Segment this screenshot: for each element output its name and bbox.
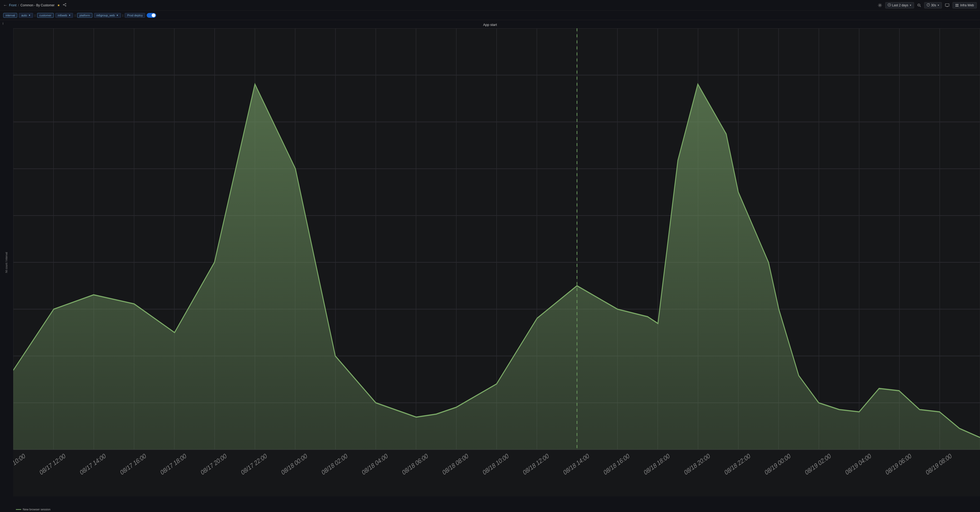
chart-legend: New browser session [16,508,51,511]
chart-svg: 0 10 K 20 K 30 K 40 K 50 K 60 K 70 K 80 … [13,28,980,496]
infra-web-button[interactable]: Infra Web [953,2,977,8]
chart-title: App start [0,23,980,28]
chart-area: i App start hit count / interval [0,20,980,512]
filter-separator: | [35,14,35,17]
svg-line-3 [64,4,65,5]
filter-prod-deploy[interactable]: Prod deploy [125,13,145,18]
prod-deploy-toggle[interactable] [146,13,156,18]
clock-icon [888,3,891,7]
filter-bar: interval auto ▼ | customer m6web ▼ | pla… [0,11,980,20]
filter-separator-3: | [123,14,123,17]
prod-deploy-toggle-container [146,13,156,18]
refresh-button[interactable]: 30s ▼ [924,2,942,8]
time-range-label: Last 2 days [892,3,908,7]
filter-m6group-web[interactable]: m6group_web ▼ [94,13,121,18]
settings-button[interactable] [877,3,883,8]
filter-auto[interactable]: auto ▼ [19,13,33,18]
filter-interval[interactable]: interval [3,13,17,18]
svg-point-0 [65,3,66,4]
top-bar: ← Front / Common - By Customer ★ [0,0,980,11]
filter-separator-2: | [75,14,75,17]
svg-point-2 [65,6,66,6]
time-range-selector[interactable]: Last 2 days ▼ [885,2,914,8]
refresh-icon [926,3,930,7]
back-button[interactable]: ← [3,3,7,8]
breadcrumb-current: Common - By Customer [21,3,54,7]
svg-point-5 [879,5,880,6]
chevron-down-icon: ▼ [28,14,31,17]
star-icon[interactable]: ★ [57,3,60,7]
chevron-down-icon: ▼ [937,4,940,6]
chevron-down-icon: ▼ [116,14,119,17]
svg-rect-14 [957,4,958,5]
svg-point-1 [63,5,64,5]
svg-rect-16 [957,6,958,6]
tv-mode-button[interactable] [944,3,950,8]
refresh-interval-label: 30s [931,3,936,7]
chart-container: hit count / interval [0,28,980,496]
chevron-down-icon: ▼ [68,14,71,17]
svg-rect-15 [956,6,957,6]
chevron-down-icon: ▼ [909,4,912,6]
svg-line-8 [920,6,921,7]
share-icon[interactable] [63,3,67,7]
breadcrumb-home[interactable]: Front [9,3,16,7]
info-icon: i [3,22,3,25]
filter-platform[interactable]: platform [77,13,92,18]
top-bar-right: Last 2 days ▼ 30s ▼ [877,2,977,8]
breadcrumb-separator: / [18,3,19,7]
breadcrumb: ← Front / Common - By Customer ★ [3,3,877,8]
legend-label: New browser session [23,508,51,511]
y-axis-label: hit count / interval [5,252,8,273]
svg-rect-13 [956,4,957,5]
filter-m6web[interactable]: m6web ▼ [55,13,73,18]
zoom-out-button[interactable] [916,3,922,8]
legend-color-swatch [16,509,21,510]
infra-web-label: Infra Web [960,3,974,7]
svg-line-4 [64,5,65,6]
filter-customer[interactable]: customer [37,13,54,18]
svg-rect-10 [945,4,949,6]
